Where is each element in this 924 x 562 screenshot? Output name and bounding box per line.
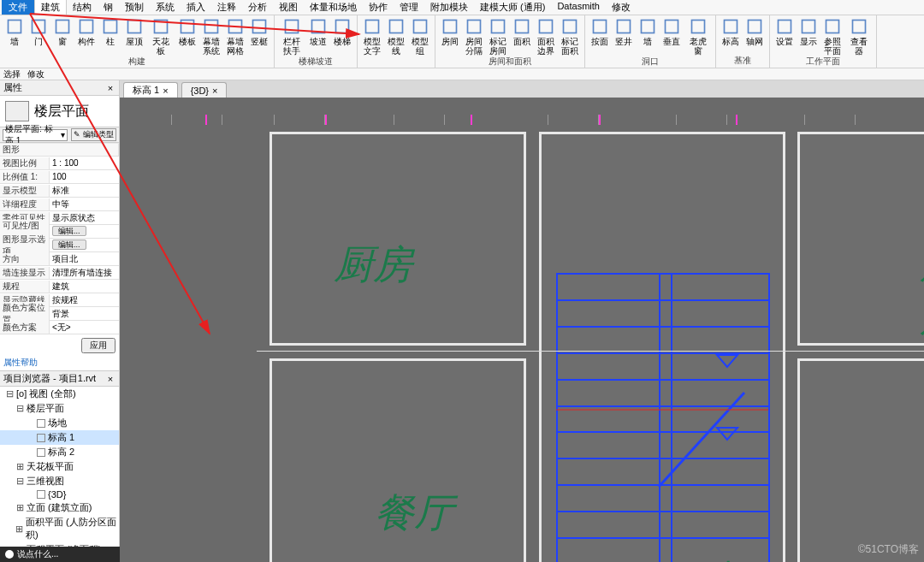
browser-node[interactable]: 标高 1 [0,430,119,445]
ribbon-wall[interactable]: 墙 [3,17,26,46]
ribbon-level[interactable]: 标高 [720,17,742,46]
ribbon-window[interactable]: 窗 [51,17,74,46]
menu-tab-3[interactable]: 预制 [119,0,150,15]
doc-tab[interactable]: {3D}× [181,82,228,98]
ribbon-roof[interactable]: 屋顶 [123,17,145,46]
menu-tab-1[interactable]: 结构 [67,0,98,15]
ribbon-stair[interactable]: 楼梯 [331,17,353,46]
menu-tab-14[interactable]: Datasmith [551,0,606,15]
vertical-icon [662,17,681,36]
browser-node[interactable]: ⊞天花板平面 [0,459,119,474]
ribbon-model-line[interactable]: 模型线 [385,17,407,56]
ribbon-area[interactable]: 面积 [511,17,533,46]
svg-rect-4 [104,21,117,33]
ribbon-area-bdy[interactable]: 面积边界 [535,17,557,56]
drawing-viewport[interactable]: 标高 1×{3D}× 厨房厨房餐厅餐厅下上 ©51CTO博客 [120,80,924,562]
room-outline[interactable] [797,132,924,346]
close-icon[interactable]: × [105,83,116,93]
ribbon-railing[interactable]: 栏杆扶手 [278,17,305,56]
browser-node[interactable]: ⊞面积平面 (人防分区面积) [0,515,119,542]
ribbon-group-label: 房间和面积 [439,56,581,68]
ribbon-by-face[interactable]: 按面 [589,17,611,46]
apply-button[interactable]: 应用 [81,338,116,353]
menu-tab-15[interactable]: 修改 [606,0,637,15]
project-browser[interactable]: ⊟[o] 视图 (全部)⊟楼层平面场地标高 1标高 2⊞天花板平面⊟三维视图{3… [0,387,119,562]
ribbon-tag-area[interactable]: 标记面积 [559,17,581,56]
browser-node[interactable]: ⊟楼层平面 [0,401,119,416]
ribbon-door[interactable]: 门 [27,17,50,46]
browser-node[interactable]: ⊟三维视图 [0,474,119,488]
ribbon-curtain-system[interactable]: 幕墙系统 [200,17,222,56]
menu-tab-4[interactable]: 系统 [150,0,181,15]
close-icon[interactable]: × [163,86,168,96]
browser-node[interactable]: 场地 [0,416,119,430]
ribbon-set[interactable]: 设置 [773,17,796,46]
prop-row[interactable]: 显示模型标准 [0,184,119,198]
browser-node[interactable]: ⊞立面 (建筑立面) [0,500,119,515]
menu-tab-6[interactable]: 注释 [211,0,242,15]
ribbon-mullion[interactable]: 竖梃 [248,17,270,46]
ribbon-model-group[interactable]: 模型组 [409,17,431,56]
menu-tab-11[interactable]: 管理 [394,0,424,15]
ribbon-room[interactable]: 房间 [439,17,461,46]
stair-run[interactable] [556,273,768,562]
menu-tab-13[interactable]: 建模大师 (通用) [474,0,551,15]
room-outline[interactable] [797,358,924,562]
menu-tab-9[interactable]: 体量和场地 [304,0,363,15]
menu-tab-5[interactable]: 插入 [181,0,211,15]
doc-tab[interactable]: 标高 1× [123,82,178,98]
ribbon-group-label: 工作平面 [773,56,873,68]
prop-row[interactable]: 墙连接显示清理所有墙连接 [0,266,119,280]
instance-selector[interactable]: 楼层平面: 标高 1▾ [3,129,68,141]
expand-icon[interactable]: ⊞ [15,524,23,535]
ref-plane-icon [823,17,842,36]
properties-help-link[interactable]: 属性帮助 [0,355,119,371]
ribbon-vertical[interactable]: 垂直 [660,17,683,46]
expand-icon[interactable]: ⊟ [5,388,14,399]
menu-tab-12[interactable]: 附加模块 [424,0,474,15]
ribbon-tag-room[interactable]: 标记房间 [487,17,509,56]
expand-icon[interactable]: ⊞ [15,502,24,513]
ribbon-ref-plane[interactable]: 参照平面 [821,17,844,56]
prop-row[interactable]: 颜色方案<无> [0,321,119,334]
prop-row[interactable]: 颜色方案位置背景 [0,307,119,321]
ribbon-ceiling[interactable]: 天花板 [147,17,175,56]
ribbon-floor[interactable]: 楼板 [176,17,198,46]
close-icon[interactable]: × [105,374,116,384]
prop-row[interactable]: 详细程度中等 [0,198,119,211]
menu-tab-0[interactable]: 建筑 [34,0,67,15]
menu-tab-7[interactable]: 分析 [242,0,273,15]
prop-row[interactable]: 方向项目北 [0,252,119,266]
expand-icon[interactable]: ⊟ [15,476,24,487]
component-icon [77,17,96,36]
menu-tab-10[interactable]: 协作 [363,0,394,15]
edit-type-button[interactable]: ✎ 编辑类型 [71,128,116,141]
ribbon-component[interactable]: 构件 [75,17,98,46]
ribbon-viewer[interactable]: 查看器 [845,17,873,56]
menu-file[interactable]: 文件 [2,0,34,15]
close-icon[interactable]: × [212,86,217,96]
ribbon-wall-opening[interactable]: 墙 [637,17,659,46]
ribbon-column[interactable]: 柱 [99,17,121,46]
ribbon-dormer[interactable]: 老虎窗 [684,17,712,56]
prop-row[interactable]: 比例值 1:100 [0,170,119,184]
menu-tab-2[interactable]: 钢 [98,0,119,15]
browser-node[interactable]: ⊟[o] 视图 (全部) [0,387,119,401]
ribbon-model-text[interactable]: 模型文字 [361,17,383,56]
prop-row[interactable]: 图形显示选项编辑... [0,239,119,252]
ribbon-room-sep[interactable]: 房间分隔 [463,17,485,56]
ribbon-grid[interactable]: 轴网 [743,17,766,46]
svg-rect-13 [336,21,349,33]
ribbon-show[interactable]: 显示 [797,17,820,46]
browser-node[interactable]: {3D} [0,488,119,500]
prop-row[interactable]: 规程建筑 [0,280,119,293]
ribbon-ramp[interactable]: 坡道 [307,17,329,46]
menu-tab-8[interactable]: 视图 [273,0,304,15]
expand-icon[interactable]: ⊞ [15,461,24,472]
svg-rect-32 [826,21,839,33]
ribbon-shaft[interactable]: 竖井 [613,17,635,46]
browser-node[interactable]: 标高 2 [0,445,119,459]
prop-row[interactable]: 视图比例1 : 100 [0,157,119,170]
expand-icon[interactable]: ⊟ [15,403,24,414]
ribbon-curtain-grid[interactable]: 幕墙网格 [224,17,246,56]
